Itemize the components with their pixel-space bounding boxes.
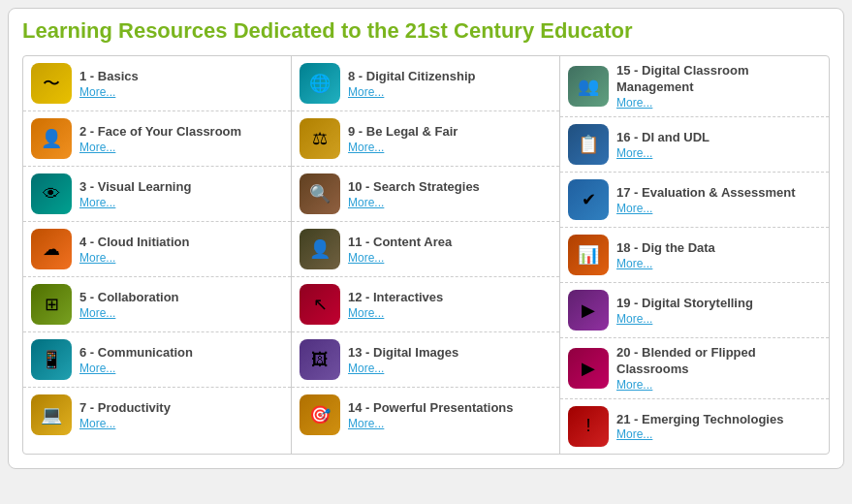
- item-name-21: 21 - Emerging Technologies: [616, 412, 783, 428]
- list-item: 👁3 - Visual LearningMore...: [23, 167, 291, 222]
- item-text-1: 1 - BasicsMore...: [79, 69, 139, 99]
- item-icon-9: ⚖: [300, 118, 340, 159]
- list-item: ☁4 - Cloud InitiationMore...: [23, 222, 291, 277]
- main-container: Learning Resources Dedicated to the 21st…: [8, 8, 844, 469]
- item-icon-20: ▶: [568, 348, 609, 389]
- item-icon-19: ▶: [568, 290, 609, 331]
- list-item: ✔17 - Evaluation & AssessmentMore...: [560, 173, 829, 228]
- list-item: ▶20 - Blended or Flipped ClassroomsMore.…: [560, 338, 829, 399]
- item-icon-10: 🔍: [300, 173, 340, 214]
- list-item: 🌐8 - Digital CitizenshipMore...: [292, 56, 559, 111]
- item-name-12: 12 - Interactives: [348, 290, 443, 306]
- item-link-1[interactable]: More...: [79, 85, 139, 99]
- item-name-19: 19 - Digital Storytelling: [616, 296, 753, 312]
- item-icon-18: 📊: [568, 235, 609, 275]
- item-name-8: 8 - Digital Citizenship: [348, 69, 475, 85]
- item-name-13: 13 - Digital Images: [348, 345, 458, 362]
- item-name-9: 9 - Be Legal & Fair: [348, 124, 458, 141]
- item-text-9: 9 - Be Legal & FairMore...: [348, 124, 458, 154]
- list-item: ⚖9 - Be Legal & FairMore...: [292, 111, 559, 167]
- item-name-15: 15 - Digital Classroom Management: [616, 63, 821, 96]
- item-name-10: 10 - Search Strategies: [348, 179, 480, 196]
- item-text-6: 6 - CommunicationMore...: [79, 345, 193, 375]
- item-link-16[interactable]: More...: [616, 146, 710, 160]
- item-text-11: 11 - Content AreaMore...: [348, 235, 452, 265]
- item-icon-2: 👤: [31, 118, 72, 159]
- item-name-20: 20 - Blended or Flipped Classrooms: [616, 345, 821, 378]
- list-item: 💻7 - ProductivityMore...: [23, 388, 291, 442]
- item-link-3[interactable]: More...: [79, 196, 191, 209]
- item-text-17: 17 - Evaluation & AssessmentMore...: [616, 185, 795, 215]
- item-text-20: 20 - Blended or Flipped ClassroomsMore..…: [616, 345, 821, 392]
- item-link-6[interactable]: More...: [79, 362, 193, 375]
- item-link-13[interactable]: More...: [348, 362, 458, 375]
- item-icon-14: 🎯: [300, 394, 340, 435]
- item-link-11[interactable]: More...: [348, 251, 452, 265]
- item-link-12[interactable]: More...: [348, 306, 443, 320]
- item-name-2: 2 - Face of Your Classroom: [79, 124, 241, 141]
- item-text-15: 15 - Digital Classroom ManagementMore...: [616, 63, 821, 110]
- item-name-6: 6 - Communication: [79, 345, 193, 362]
- item-link-2[interactable]: More...: [79, 141, 241, 154]
- item-name-4: 4 - Cloud Initiation: [79, 235, 189, 251]
- list-item: 👥15 - Digital Classroom ManagementMore..…: [560, 56, 829, 117]
- item-icon-11: 👤: [300, 229, 340, 269]
- column-1: 〜1 - BasicsMore...👤2 - Face of Your Clas…: [23, 56, 292, 454]
- item-icon-16: 📋: [568, 124, 609, 165]
- item-text-7: 7 - ProductivityMore...: [79, 400, 171, 430]
- item-text-19: 19 - Digital StorytellingMore...: [616, 296, 753, 326]
- list-item: ↖12 - InteractivesMore...: [292, 277, 559, 332]
- item-text-2: 2 - Face of Your ClassroomMore...: [79, 124, 241, 154]
- item-link-21[interactable]: More...: [616, 427, 783, 441]
- column-3: 👥15 - Digital Classroom ManagementMore..…: [560, 56, 829, 454]
- item-text-14: 14 - Powerful PresentationsMore...: [348, 400, 514, 430]
- item-icon-12: ↖: [300, 284, 340, 325]
- list-item: 🖼13 - Digital ImagesMore...: [292, 332, 559, 388]
- item-link-4[interactable]: More...: [79, 251, 189, 265]
- item-link-9[interactable]: More...: [348, 141, 458, 154]
- list-item: !21 - Emerging TechnologiesMore...: [560, 399, 829, 454]
- item-icon-3: 👁: [31, 173, 72, 214]
- item-name-17: 17 - Evaluation & Assessment: [616, 185, 795, 202]
- item-link-18[interactable]: More...: [616, 257, 715, 270]
- list-item: 📱6 - CommunicationMore...: [23, 332, 291, 388]
- item-link-15[interactable]: More...: [616, 96, 821, 110]
- item-name-7: 7 - Productivity: [79, 400, 171, 417]
- list-item: 📋16 - DI and UDLMore...: [560, 117, 829, 173]
- item-name-16: 16 - DI and UDL: [616, 130, 710, 146]
- item-text-8: 8 - Digital CitizenshipMore...: [348, 69, 475, 99]
- item-icon-1: 〜: [31, 63, 72, 104]
- item-text-3: 3 - Visual LearningMore...: [79, 179, 191, 209]
- item-icon-21: !: [568, 406, 609, 447]
- item-icon-8: 🌐: [300, 63, 340, 104]
- column-2: 🌐8 - Digital CitizenshipMore...⚖9 - Be L…: [292, 56, 560, 454]
- item-link-10[interactable]: More...: [348, 196, 480, 209]
- item-text-12: 12 - InteractivesMore...: [348, 290, 443, 320]
- list-item: 🔍10 - Search StrategiesMore...: [292, 167, 559, 222]
- list-item: ▶19 - Digital StorytellingMore...: [560, 283, 829, 338]
- item-name-14: 14 - Powerful Presentations: [348, 400, 514, 417]
- item-link-17[interactable]: More...: [616, 202, 795, 215]
- item-link-19[interactable]: More...: [616, 312, 753, 326]
- item-text-13: 13 - Digital ImagesMore...: [348, 345, 458, 375]
- item-link-8[interactable]: More...: [348, 85, 475, 99]
- item-icon-17: ✔: [568, 179, 609, 220]
- item-name-5: 5 - Collaboration: [79, 290, 179, 306]
- item-text-16: 16 - DI and UDLMore...: [616, 130, 710, 160]
- page-title: Learning Resources Dedicated to the 21st…: [22, 18, 830, 44]
- item-link-14[interactable]: More...: [348, 417, 514, 430]
- item-icon-13: 🖼: [300, 339, 340, 380]
- item-link-20[interactable]: More...: [616, 378, 821, 392]
- item-name-18: 18 - Dig the Data: [616, 240, 715, 257]
- item-text-4: 4 - Cloud InitiationMore...: [79, 235, 189, 265]
- list-item: ⊞5 - CollaborationMore...: [23, 277, 291, 332]
- list-item: 👤11 - Content AreaMore...: [292, 222, 559, 277]
- item-text-5: 5 - CollaborationMore...: [79, 290, 179, 320]
- item-link-5[interactable]: More...: [79, 306, 179, 320]
- item-icon-4: ☁: [31, 229, 72, 269]
- item-name-1: 1 - Basics: [79, 69, 139, 85]
- list-item: 〜1 - BasicsMore...: [23, 56, 291, 111]
- item-icon-15: 👥: [568, 66, 609, 107]
- item-link-7[interactable]: More...: [79, 417, 171, 430]
- item-icon-7: 💻: [31, 394, 72, 435]
